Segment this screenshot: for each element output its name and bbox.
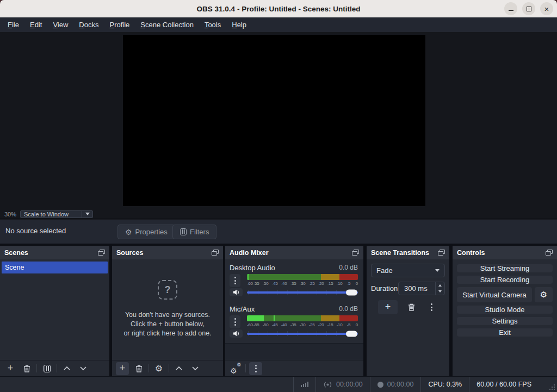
titlebar: OBS 31.0.4 - Profile: Untitled - Scenes:…: [0, 0, 557, 17]
scale-mode-dropdown[interactable]: Scale to Window: [20, 210, 93, 218]
mixer-toolbar: ⚙ ⚙: [225, 360, 363, 376]
meter-level: [247, 315, 264, 321]
channel-menu-button[interactable]: [230, 315, 240, 328]
controls-dock-header[interactable]: Controls: [453, 246, 557, 259]
meter-peak-indicator: [274, 315, 275, 321]
transitions-dock-title: Scene Transitions: [371, 249, 429, 257]
popout-icon[interactable]: [438, 250, 445, 256]
add-source-button[interactable]: +: [116, 362, 129, 375]
virtual-camera-settings-button[interactable]: ⚙: [535, 287, 553, 302]
record-time: 00:00:00: [387, 381, 414, 388]
scene-list-item[interactable]: Scene: [2, 262, 108, 273]
audio-mixer-header[interactable]: Audio Mixer: [225, 246, 363, 259]
stream-icon: [323, 381, 332, 388]
obs-window: OBS 31.0.4 - Profile: Untitled - Scenes:…: [0, 0, 557, 392]
cpu-usage: CPU: 0.3%: [420, 377, 469, 392]
chevron-down-icon: [79, 366, 87, 371]
meter-tick-label: -15: [327, 281, 333, 286]
meter-tick-label: -60: [247, 281, 253, 286]
transition-menu-button[interactable]: [425, 301, 438, 314]
gear-icon: ⚙: [125, 228, 132, 236]
scenes-list[interactable]: Scene: [0, 259, 109, 360]
transition-select[interactable]: Fade: [371, 264, 445, 277]
menu-tools[interactable]: Tools: [199, 18, 226, 31]
scene-transitions-dock: Scene Transitions Fade Duration 300 ms: [367, 246, 449, 376]
sources-dock-header[interactable]: Sources: [112, 246, 223, 259]
chevron-down-icon: [438, 290, 442, 293]
remove-source-button[interactable]: [132, 362, 145, 375]
remove-transition-button[interactable]: [405, 301, 418, 314]
start-virtual-camera-button[interactable]: Start Virtual Camera: [457, 287, 532, 302]
mute-button[interactable]: [230, 288, 243, 296]
channel-menu-button[interactable]: [230, 274, 240, 287]
menu-edit[interactable]: Edit: [24, 18, 47, 31]
meter-tick-label: -35: [290, 281, 296, 286]
move-source-down-button[interactable]: [189, 362, 202, 375]
menu-profile[interactable]: Profile: [104, 18, 135, 31]
chevron-up-icon: [175, 366, 183, 371]
move-scene-up-button[interactable]: [60, 362, 73, 375]
mixer-channel-desktop-audio: Desktop Audio 0.0 dB -60-55-50-45-40-35-…: [225, 260, 363, 298]
window-buttons: ×: [504, 2, 553, 15]
popout-icon[interactable]: [212, 250, 219, 256]
menu-help[interactable]: Help: [226, 18, 252, 31]
empty-state-text: You don't have any sources.: [125, 310, 210, 320]
mixer-menu-button[interactable]: [249, 362, 262, 375]
start-recording-button[interactable]: Start Recording: [457, 276, 553, 284]
duration-spinbox[interactable]: 300 ms: [398, 282, 445, 295]
menu-scene-collection[interactable]: Scene Collection: [135, 18, 199, 31]
close-button[interactable]: ×: [540, 2, 553, 15]
slider-handle[interactable]: [346, 289, 357, 295]
properties-button[interactable]: ⚙ Properties: [117, 225, 175, 239]
gear-icon: ⚙: [155, 364, 163, 373]
maximize-button[interactable]: [522, 2, 535, 15]
duration-label: Duration: [371, 284, 398, 293]
source-properties-button[interactable]: ⚙: [152, 362, 165, 375]
add-scene-button[interactable]: +: [4, 362, 17, 375]
advanced-audio-button[interactable]: ⚙ ⚙: [229, 362, 242, 375]
mixer-channel-mic-aux: Mic/Aux 0.0 dB -60-55-50-45-40-35-30-25-…: [225, 302, 363, 340]
sources-empty-state[interactable]: ? You don't have any sources. Click the …: [112, 259, 223, 360]
menu-docks[interactable]: Docks: [73, 18, 104, 31]
meter-tick-label: -40: [281, 322, 287, 327]
filters-button[interactable]: Filters: [172, 225, 216, 239]
remove-scene-button[interactable]: [20, 362, 33, 375]
move-source-up-button[interactable]: [172, 362, 185, 375]
transition-value: Fade: [372, 266, 430, 275]
toolbar-separator: [148, 364, 149, 372]
resize-grip[interactable]: [548, 383, 555, 390]
add-transition-button[interactable]: +: [378, 300, 398, 314]
minimize-button[interactable]: [504, 2, 517, 15]
meter-tick-label: 0: [356, 322, 358, 327]
meter-tick-label: -55: [253, 322, 259, 327]
menu-view[interactable]: View: [47, 18, 73, 31]
volume-slider[interactable]: [247, 288, 358, 296]
popout-icon[interactable]: [352, 250, 359, 256]
close-icon: ×: [544, 5, 549, 13]
scenes-dock-header[interactable]: Scenes: [0, 246, 109, 259]
move-scene-down-button[interactable]: [77, 362, 90, 375]
spin-up-button[interactable]: [436, 282, 444, 289]
meter-tick-label: -45: [272, 281, 278, 286]
toolbar-separator: [57, 364, 57, 372]
studio-mode-button[interactable]: Studio Mode: [457, 306, 553, 314]
popout-icon[interactable]: [98, 250, 105, 256]
plus-icon: +: [120, 363, 126, 373]
preview-scale-bar: 30% Scale to Window: [0, 209, 557, 219]
mixer-empty-area: [225, 343, 363, 360]
plus-icon: +: [385, 302, 391, 312]
settings-button[interactable]: Settings: [457, 317, 553, 325]
transitions-dock-header[interactable]: Scene Transitions: [367, 246, 449, 259]
scene-filters-button[interactable]: [40, 362, 53, 375]
slider-handle[interactable]: [346, 331, 357, 337]
meter-tick-label: -45: [272, 322, 278, 327]
exit-button[interactable]: Exit: [457, 328, 553, 337]
start-streaming-button[interactable]: Start Streaming: [457, 264, 553, 272]
menu-file[interactable]: File: [2, 18, 24, 31]
slider-track: [247, 291, 358, 294]
spin-down-button[interactable]: [436, 289, 444, 295]
volume-slider[interactable]: [247, 329, 358, 338]
mute-button[interactable]: [230, 329, 243, 338]
popout-icon[interactable]: [546, 250, 553, 256]
preview-canvas[interactable]: [123, 35, 425, 206]
